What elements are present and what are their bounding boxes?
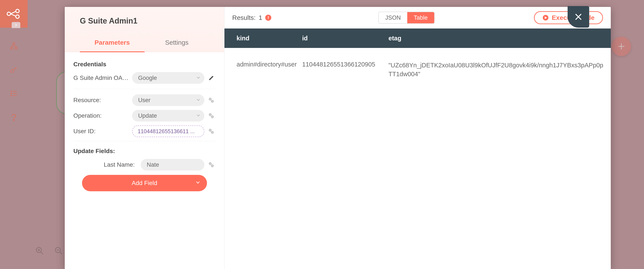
operation-select[interactable]: Update (132, 110, 204, 122)
results-number: 1 (258, 14, 262, 21)
sitemap-icon (10, 42, 18, 50)
credentials-label: G Suite Admin OAut... (74, 74, 130, 82)
chevron-down-icon (196, 97, 200, 104)
node-title: G Suite Admin1 (80, 16, 209, 26)
credentials-select[interactable]: Google (132, 72, 204, 84)
panel-tabs: Parameters Settings (80, 35, 209, 52)
lastname-options-button[interactable] (207, 162, 216, 168)
tab-settings[interactable]: Settings (144, 35, 209, 52)
resource-options-button[interactable] (207, 97, 216, 104)
modal-results-panel: Results: 1 ! JSON Table Execute Node kin… (224, 7, 611, 269)
svg-point-38 (212, 116, 212, 117)
resource-row: Resource: User (74, 94, 216, 106)
operation-value: Update (138, 112, 157, 119)
svg-rect-6 (10, 48, 13, 49)
app-sidebar (0, 0, 28, 269)
sidebar-item-credentials[interactable] (8, 64, 19, 75)
cell-kind: admin#directory#user (224, 61, 298, 68)
sidebar-item-help[interactable] (8, 112, 19, 123)
results-label: Results: (232, 14, 256, 21)
chevron-down-icon (196, 112, 200, 119)
lastname-row: Last Name: Nate (74, 159, 216, 170)
list-icon (10, 90, 18, 97)
svg-point-42 (212, 132, 212, 132)
operation-row: Operation: Update (74, 110, 216, 122)
svg-point-1 (16, 9, 19, 13)
tab-parameters[interactable]: Parameters (80, 35, 144, 52)
svg-point-32 (210, 99, 210, 99)
svg-rect-7 (15, 48, 17, 49)
sidebar-expand-button[interactable] (12, 22, 20, 28)
userid-options-button[interactable] (207, 128, 216, 134)
operation-options-button[interactable] (207, 112, 216, 119)
add-field-label: Add Field (132, 180, 157, 186)
modal-params-panel: G Suite Admin1 Parameters Settings Crede… (65, 7, 224, 269)
svg-line-3 (10, 12, 16, 14)
svg-point-36 (210, 114, 210, 115)
gears-icon (208, 128, 214, 134)
svg-point-21 (14, 120, 14, 120)
cell-id: 110448126551366120905 (298, 61, 384, 68)
resource-label: Resource: (74, 97, 130, 104)
gears-icon (208, 162, 214, 168)
lastname-input[interactable]: Nate (141, 159, 204, 170)
operation-label: Operation: (74, 112, 130, 119)
modal-header: G Suite Admin1 Parameters Settings (65, 7, 224, 52)
userid-value: 11044812655136611 ... (138, 128, 195, 134)
resource-value: User (138, 97, 150, 104)
lastname-label: Last Name: (74, 161, 138, 168)
cell-etag: "UZc68Yn_jDETK2xoIaU08U3l9kOfUJfF2U8govk… (384, 61, 611, 78)
key-icon (10, 66, 18, 74)
table-header-row: kind id etag (224, 28, 611, 48)
svg-point-15 (11, 91, 12, 92)
sidebar-item-workflows[interactable] (8, 40, 19, 52)
userid-label: User ID: (74, 128, 130, 135)
update-fields-heading: Update Fields: (74, 141, 216, 154)
gears-icon (208, 97, 214, 104)
logo-nodes-icon (6, 8, 21, 19)
credentials-edit-button[interactable] (207, 75, 216, 81)
chevron-down-icon (196, 75, 200, 82)
close-icon (574, 12, 583, 21)
col-header-kind: kind (224, 35, 298, 42)
svg-rect-5 (13, 43, 15, 44)
svg-point-44 (210, 164, 210, 164)
chevron-down-icon (195, 180, 200, 186)
question-icon (10, 113, 18, 121)
userid-input[interactable]: 11044812655136611 ... (132, 126, 204, 137)
add-field-button[interactable]: Add Field (82, 175, 207, 191)
app-logo[interactable] (0, 0, 28, 28)
credentials-heading: Credentials (74, 61, 216, 68)
close-button[interactable] (568, 6, 589, 28)
svg-point-19 (11, 95, 12, 96)
userid-row: User ID: 11044812655136611 ... (74, 126, 216, 137)
svg-point-46 (212, 166, 212, 166)
params-body: Credentials G Suite Admin OAut... Google… (65, 52, 224, 191)
credentials-value: Google (138, 75, 157, 82)
results-table: kind id etag admin#directory#user 110448… (224, 28, 611, 91)
resource-select[interactable]: User (132, 94, 204, 106)
col-header-etag: etag (384, 35, 611, 42)
results-count: Results: 1 ! (232, 14, 271, 21)
node-detail-modal: G Suite Admin1 Parameters Settings Crede… (65, 7, 611, 269)
info-icon[interactable]: ! (265, 15, 271, 21)
svg-point-34 (212, 101, 212, 102)
view-table-button[interactable]: Table (407, 12, 434, 23)
chevron-right-icon (14, 23, 18, 27)
sidebar-item-executions[interactable] (8, 88, 19, 99)
svg-point-17 (11, 93, 12, 94)
svg-line-4 (10, 14, 16, 16)
table-row[interactable]: admin#directory#user 1104481265513661209… (224, 48, 611, 91)
svg-point-2 (16, 15, 19, 18)
svg-point-0 (7, 12, 10, 16)
pencil-icon (208, 75, 214, 81)
svg-line-14 (15, 68, 16, 69)
credentials-row: G Suite Admin OAut... Google (74, 72, 216, 89)
svg-point-40 (210, 130, 210, 130)
view-json-button[interactable]: JSON (379, 12, 407, 23)
view-toggle: JSON Table (378, 12, 435, 24)
lastname-value: Nate (147, 162, 159, 168)
results-header: Results: 1 ! JSON Table Execute Node (224, 7, 611, 28)
svg-point-12 (11, 70, 14, 72)
col-header-id: id (298, 35, 384, 42)
